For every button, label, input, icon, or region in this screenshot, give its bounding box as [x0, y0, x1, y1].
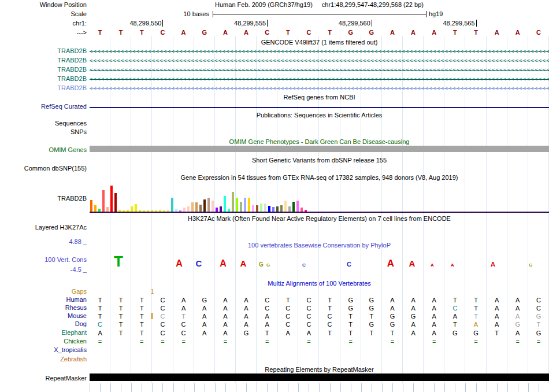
ruler-base: C	[528, 28, 549, 36]
alignment-base: T	[320, 296, 340, 304]
cons-letter: A	[409, 260, 416, 267]
refseq-curated-label[interactable]: RefSeq Curated	[0, 103, 87, 110]
species-label[interactable]: Human	[0, 296, 87, 304]
alignment-row[interactable]: TTTCTAAAACCCTTGGAATAAG	[90, 312, 549, 320]
alignment-base: A	[236, 304, 257, 312]
alignment-base: T	[382, 329, 403, 337]
alignment-row[interactable]: TTTCAAAACCCTGGAAACTAAC	[90, 304, 549, 312]
repeatmasker-track-bar[interactable]	[90, 373, 549, 381]
reference-sequence[interactable]: TTTCAGAACTCTGGAAATTAAC	[90, 28, 549, 36]
gene-model-row[interactable]: <<<<<<<<<<<<<<<<<<<<<<<<<<<<<<<<<<<<<<<<…	[90, 84, 549, 93]
gene-label[interactable]: TRABD2B	[0, 66, 87, 73]
window-position-value: Human Feb. 2009 (GRCh37/hg19)chr1:48,299…	[90, 1, 549, 9]
ruler-base: G	[361, 28, 382, 36]
alignment-base: A	[90, 329, 110, 337]
coordinates-ruler[interactable]: 48,299,55048,299,55548,299,56048,299,565	[90, 20, 549, 27]
alignment-base: A	[194, 320, 215, 328]
alignment-base: A	[194, 329, 215, 337]
repeatmasker-label[interactable]: RepeatMasker	[0, 375, 87, 382]
alignment-base: C	[277, 312, 298, 320]
gene-model-row[interactable]: <<<<<<<<<<<<<<<<<<<<<<<<<<<<<<<<<<<<<<<<…	[90, 66, 549, 74]
gene-label[interactable]: TRABD2B	[0, 57, 87, 64]
alignment-base: A	[215, 329, 236, 337]
conservation-track-label[interactable]: 100 Vert. Cons	[0, 256, 87, 264]
alignment-base: A	[403, 296, 424, 304]
alignment-base: T	[131, 312, 152, 320]
species-label[interactable]: Zebrafish	[0, 356, 87, 363]
refseq-track-line[interactable]	[90, 107, 549, 108]
gene-model-row[interactable]: <<<<<<<<<<<<<<<<<<<<<<<<<<<<<<<<<<<<<<<<…	[90, 57, 549, 65]
cons-letter: G	[529, 264, 532, 267]
alignment-base: C	[152, 304, 173, 312]
conservation-min-value: -4.5 _	[0, 266, 87, 273]
alignment-base: G	[340, 304, 361, 312]
gene-model-row[interactable]: <<<<<<<<<<<<<<<<<<<<<<<<<<<<<<<<<<<<<<<<…	[90, 75, 549, 83]
alignment-base: A	[215, 296, 236, 304]
alignment-row[interactable]: 1	[90, 288, 549, 296]
alignment-base: T	[444, 296, 465, 304]
omim-title: OMIM Gene Phenotypes - Dark Green Can Be…	[90, 138, 549, 146]
alignment-row[interactable]: CTTCCAAAACCCTGGAATAAGT	[90, 320, 549, 328]
alignment-base: C	[298, 296, 319, 304]
gtex-bar	[264, 204, 266, 212]
gtex-bar	[232, 192, 234, 212]
omim-genes-label[interactable]: OMIM Genes	[0, 146, 87, 154]
alignment-base: T	[444, 320, 465, 328]
gene-model-row[interactable]: <<<<<<<<<<<<<<<<<<<<<<<<<<<<<<<<<<<<<<<<…	[90, 47, 549, 56]
alignment-base: A	[194, 312, 215, 320]
alignment-base: A	[487, 304, 507, 312]
alignment-row[interactable]: TTTCAGAACTCTGGAAATTAAC	[90, 296, 549, 304]
alignment-row[interactable]: ATTCCAAGTAATTTTAAGGTAG	[90, 329, 549, 337]
alignment-base: =	[90, 338, 110, 346]
alignment-base: C	[152, 296, 173, 304]
layered-h3k27ac-label[interactable]: Layered H3K27Ac	[0, 224, 87, 231]
species-label[interactable]: Chicken	[0, 338, 87, 345]
alignment-base: T	[320, 304, 340, 312]
species-label[interactable]: Rhesus	[0, 304, 87, 312]
alignment-base: G	[361, 320, 382, 328]
scale-bar	[213, 11, 426, 17]
alignment-base: =	[131, 338, 152, 346]
alignment-base: C	[277, 320, 298, 328]
alignment-base: A	[382, 296, 403, 304]
cons-letter: A	[176, 260, 183, 267]
gtex-bar	[187, 206, 190, 212]
alignment-base: C	[298, 304, 319, 312]
species-label[interactable]: Mouse	[0, 312, 87, 320]
omim-genes-bar[interactable]	[90, 146, 549, 152]
coordinate-label: 48,299,560	[327, 20, 370, 27]
gtex-bar	[102, 190, 105, 212]
gtex-gene-label[interactable]: TRABD2B	[0, 195, 87, 202]
alignment-base: A	[444, 312, 465, 320]
sequences-label[interactable]: Sequences	[0, 120, 87, 127]
alignment-base: C	[173, 320, 194, 328]
ruler-base: G	[194, 28, 215, 36]
alignment-row[interactable]: =============	[90, 338, 549, 346]
gtex-bar	[280, 205, 283, 212]
gene-label[interactable]: TRABD2B	[0, 75, 87, 83]
gene-label[interactable]: TRABD2B	[0, 84, 87, 92]
snps-label[interactable]: SNPs	[0, 128, 87, 136]
common-dbsnp-label[interactable]: Common dbSNP(155)	[0, 165, 87, 172]
conservation-plot[interactable]: TACAAGGCCAAAAAG	[90, 247, 549, 268]
alignment-row[interactable]	[90, 356, 549, 364]
alignment-base: A	[277, 329, 298, 337]
cons-letter: A	[240, 260, 247, 267]
species-label[interactable]: Elephant	[0, 329, 87, 336]
gene-label[interactable]: TRABD2B	[0, 47, 87, 55]
alignment-base: T	[131, 320, 152, 328]
alignment-base: A	[424, 304, 444, 312]
gtex-bar	[216, 208, 218, 212]
species-label[interactable]: X_tropicalis	[0, 346, 87, 354]
strand-toggle-label[interactable]: --->	[0, 29, 87, 36]
ruler-base: T	[465, 28, 486, 36]
species-label[interactable]: Gaps	[0, 288, 87, 295]
publications-title: Publications: Sequences in Scientific Ar…	[90, 112, 549, 119]
alignment-row[interactable]	[90, 346, 549, 354]
alignment-insert-count: 1	[146, 288, 158, 296]
base-position-ticks	[90, 383, 549, 392]
gtex-expression-chart[interactable]	[90, 184, 549, 212]
cons-letter: C	[196, 260, 202, 267]
species-label[interactable]: Dog	[0, 320, 87, 328]
cons-letter: A	[220, 260, 227, 267]
